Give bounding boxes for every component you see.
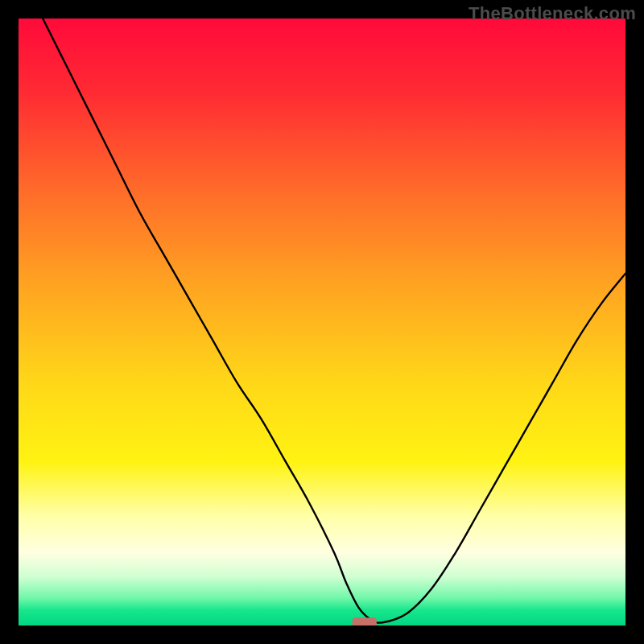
plot-area	[19, 19, 625, 625]
optimal-marker-icon	[353, 617, 377, 625]
watermark-text: TheBottleneck.com	[469, 3, 636, 24]
chart-frame: TheBottleneck.com	[0, 0, 644, 644]
gradient-background	[19, 19, 625, 625]
chart-svg	[19, 19, 625, 625]
